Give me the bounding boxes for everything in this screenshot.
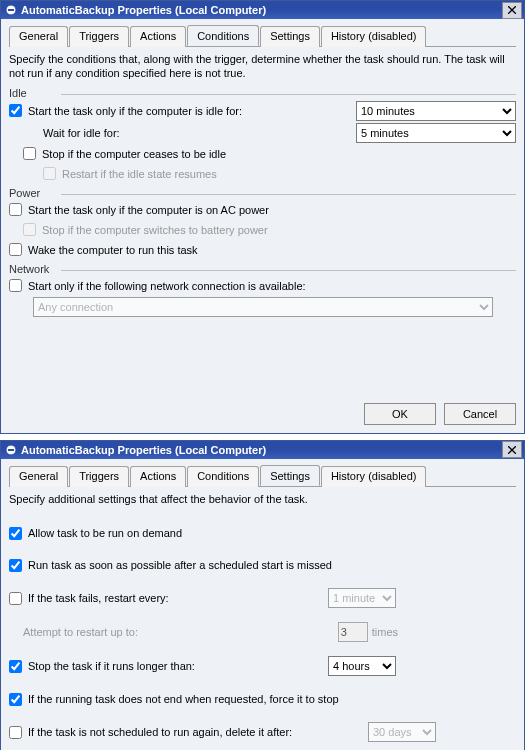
checkbox-run-asap[interactable] <box>9 559 22 572</box>
row-stop-long: Stop the task if it runs longer than: 4 … <box>9 656 516 676</box>
row-ac-power: Start the task only if the computer is o… <box>9 201 516 219</box>
row-stop-battery: Stop if the computer switches to battery… <box>23 221 516 239</box>
dialog-settings: AutomaticBackup Properties (Local Comput… <box>0 440 525 751</box>
select-idle-duration[interactable]: 10 minutes <box>356 101 516 121</box>
label-attempt-suffix: times <box>372 626 398 638</box>
titlebar: AutomaticBackup Properties (Local Comput… <box>1 1 524 19</box>
cancel-button[interactable]: Cancel <box>444 403 516 425</box>
row-wait-idle: Wait for idle for: 5 minutes <box>9 123 516 143</box>
checkbox-start-network[interactable] <box>9 279 22 292</box>
dialog-conditions: AutomaticBackup Properties (Local Comput… <box>0 0 525 434</box>
tabstrip: General Triggers Actions Conditions Sett… <box>9 25 516 47</box>
checkbox-restart-resume <box>43 167 56 180</box>
row-attempt: Attempt to restart up to: times <box>9 622 516 642</box>
tab-general[interactable]: General <box>9 26 68 47</box>
label-wait-idle: Wait for idle for: <box>43 127 265 139</box>
row-stop-cease: Stop if the computer ceases to be idle <box>23 145 516 163</box>
tab-history[interactable]: History (disabled) <box>321 466 427 487</box>
row-network-select: Any connection <box>9 297 516 317</box>
checkbox-stop-long[interactable] <box>9 660 22 673</box>
group-idle: Idle <box>9 87 516 99</box>
svg-rect-5 <box>8 449 14 451</box>
label-stop-cease: Stop if the computer ceases to be idle <box>42 148 226 160</box>
label-allow-demand: Allow task to be run on demand <box>28 527 182 539</box>
checkbox-allow-demand[interactable] <box>9 527 22 540</box>
tab-settings[interactable]: Settings <box>260 26 320 47</box>
label-run-asap: Run task as soon as possible after a sch… <box>28 559 332 571</box>
close-icon <box>508 6 516 14</box>
checkbox-ac-power[interactable] <box>9 203 22 216</box>
select-stop-long[interactable]: 4 hours <box>328 656 396 676</box>
label-fail-restart: If the task fails, restart every: <box>28 592 169 604</box>
group-power: Power <box>9 187 516 199</box>
tab-conditions[interactable]: Conditions <box>187 25 259 46</box>
intro-text: Specify the conditions that, along with … <box>9 53 516 81</box>
row-restart-resume: Restart if the idle state resumes <box>43 165 516 183</box>
label-start-network: Start only if the following network conn… <box>28 280 306 292</box>
group-network: Network <box>9 263 516 275</box>
label-stop-battery: Stop if the computer switches to battery… <box>42 224 268 236</box>
checkbox-stop-cease[interactable] <box>23 147 36 160</box>
tab-actions[interactable]: Actions <box>130 26 186 47</box>
label-stop-long: Stop the task if it runs longer than: <box>28 660 195 672</box>
label-restart-resume: Restart if the idle state resumes <box>62 168 217 180</box>
tabstrip: General Triggers Actions Conditions Sett… <box>9 465 516 487</box>
row-wake: Wake the computer to run this task <box>9 241 516 259</box>
checkbox-delete-after[interactable] <box>9 726 22 739</box>
tab-triggers[interactable]: Triggers <box>69 466 129 487</box>
checkbox-force-stop[interactable] <box>9 693 22 706</box>
window-title: AutomaticBackup Properties (Local Comput… <box>21 444 266 456</box>
select-network: Any connection <box>33 297 493 317</box>
label-delete-after: If the task is not scheduled to run agai… <box>28 726 292 738</box>
tab-settings[interactable]: Settings <box>260 465 320 486</box>
row-run-asap: Run task as soon as possible after a sch… <box>9 556 516 574</box>
button-row: OK Cancel <box>9 403 516 425</box>
select-wait-idle[interactable]: 5 minutes <box>356 123 516 143</box>
label-wake: Wake the computer to run this task <box>28 244 198 256</box>
app-icon <box>5 444 17 456</box>
tab-conditions[interactable]: Conditions <box>187 466 259 487</box>
close-icon <box>508 446 516 454</box>
svg-rect-1 <box>8 9 14 11</box>
close-button[interactable] <box>502 441 522 458</box>
select-delete-after: 30 days <box>368 722 436 742</box>
close-button[interactable] <box>502 2 522 19</box>
ok-button[interactable]: OK <box>364 403 436 425</box>
label-attempt: Attempt to restart up to: <box>23 626 138 638</box>
row-fail-restart: If the task fails, restart every: 1 minu… <box>9 588 516 608</box>
tab-actions[interactable]: Actions <box>130 466 186 487</box>
select-fail-restart: 1 minute <box>328 588 396 608</box>
tab-history[interactable]: History (disabled) <box>321 26 427 47</box>
titlebar: AutomaticBackup Properties (Local Comput… <box>1 441 524 459</box>
input-attempt-count <box>338 622 368 642</box>
label-ac-power: Start the task only if the computer is o… <box>28 204 269 216</box>
tab-general[interactable]: General <box>9 466 68 487</box>
row-start-idle: Start the task only if the computer is i… <box>9 101 516 121</box>
row-delete-after: If the task is not scheduled to run agai… <box>9 722 516 742</box>
window-title: AutomaticBackup Properties (Local Comput… <box>21 4 266 16</box>
row-allow-demand: Allow task to be run on demand <box>9 524 516 542</box>
row-start-network: Start only if the following network conn… <box>9 277 516 295</box>
app-icon <box>5 4 17 16</box>
label-force-stop: If the running task does not end when re… <box>28 693 339 705</box>
intro-text: Specify additional settings that affect … <box>9 493 516 507</box>
tab-triggers[interactable]: Triggers <box>69 26 129 47</box>
row-force-stop: If the running task does not end when re… <box>9 690 516 708</box>
checkbox-stop-battery <box>23 223 36 236</box>
label-start-idle: Start the task only if the computer is i… <box>28 105 242 117</box>
checkbox-wake[interactable] <box>9 243 22 256</box>
checkbox-fail-restart[interactable] <box>9 592 22 605</box>
checkbox-start-idle[interactable] <box>9 104 22 117</box>
